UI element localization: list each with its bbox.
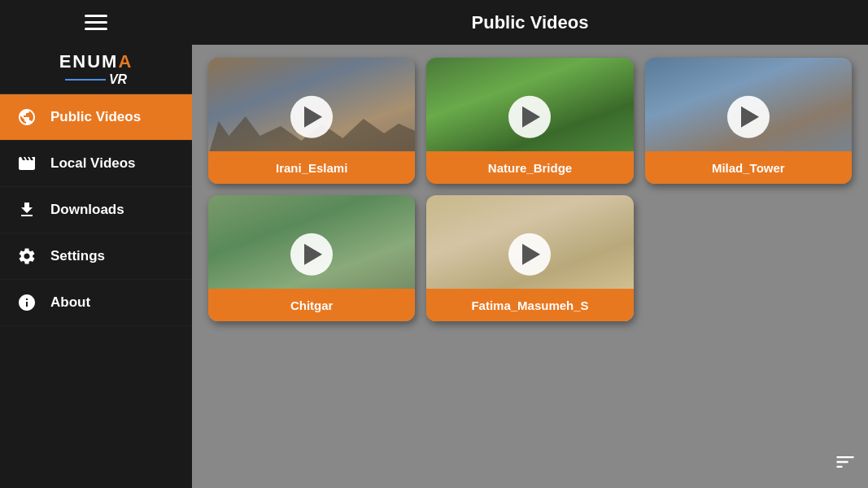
gear-icon: [16, 246, 37, 267]
video-card-fatima-masumeh[interactable]: Fatima_Masumeh_S: [426, 195, 633, 321]
logo: ENUMA VR: [59, 51, 133, 87]
sidebar-item-downloads[interactable]: Downloads: [0, 187, 192, 233]
video-title-fatima: Fatima_Masumeh_S: [426, 289, 633, 321]
sidebar: ENUMA VR Public Videos: [0, 45, 192, 488]
settings-label: Settings: [50, 248, 105, 264]
info-icon: [16, 292, 37, 313]
play-button-chitgar[interactable]: [290, 233, 333, 275]
about-label: About: [50, 294, 90, 311]
video-grid: Irani_Eslami Nature_Bridge Milad_Tower: [208, 58, 852, 321]
sidebar-item-settings[interactable]: Settings: [0, 233, 192, 280]
hamburger-icon: [85, 15, 107, 30]
content-area: Irani_Eslami Nature_Bridge Milad_Tower: [192, 45, 868, 488]
video-card-nature-bridge[interactable]: Nature_Bridge: [426, 58, 633, 184]
globe-icon: [16, 107, 37, 128]
local-videos-label: Local Videos: [50, 155, 136, 172]
sort-icon[interactable]: [834, 451, 857, 478]
play-button-nature[interactable]: [508, 95, 551, 137]
download-icon: [16, 199, 37, 220]
sidebar-item-local-videos[interactable]: Local Videos: [0, 141, 192, 187]
video-title-nature: Nature_Bridge: [426, 151, 633, 184]
play-triangle-icon: [304, 106, 322, 127]
menu-button[interactable]: [0, 0, 192, 45]
play-triangle-icon: [304, 243, 322, 264]
public-videos-label: Public Videos: [50, 109, 141, 125]
video-card-chitgar[interactable]: Chitgar: [208, 195, 415, 321]
video-card-milad-tower[interactable]: Milad_Tower: [645, 58, 852, 184]
play-button-irani[interactable]: [290, 95, 333, 137]
logo-vr: VR: [109, 72, 127, 87]
play-triangle-icon: [741, 106, 759, 127]
main-layout: ENUMA VR Public Videos: [0, 45, 868, 488]
play-button-fatima[interactable]: [508, 233, 551, 275]
play-button-milad[interactable]: [727, 95, 770, 137]
video-title-milad: Milad_Tower: [645, 151, 852, 184]
top-bar: Public Videos: [0, 0, 868, 45]
film-icon: [16, 153, 37, 174]
sidebar-item-about[interactable]: About: [0, 280, 192, 326]
downloads-label: Downloads: [50, 202, 124, 218]
page-title: Public Videos: [192, 12, 868, 33]
video-title-chitgar: Chitgar: [208, 289, 415, 321]
logo-vr-line: VR: [59, 72, 133, 87]
logo-name: ENUMA: [59, 51, 133, 72]
sidebar-item-public-videos[interactable]: Public Videos: [0, 94, 192, 141]
play-triangle-icon: [522, 243, 540, 264]
video-card-irani-eslami[interactable]: Irani_Eslami: [208, 58, 415, 184]
video-title-irani: Irani_Eslami: [208, 151, 415, 184]
play-triangle-icon: [522, 106, 540, 127]
logo-area: ENUMA VR: [0, 45, 192, 94]
